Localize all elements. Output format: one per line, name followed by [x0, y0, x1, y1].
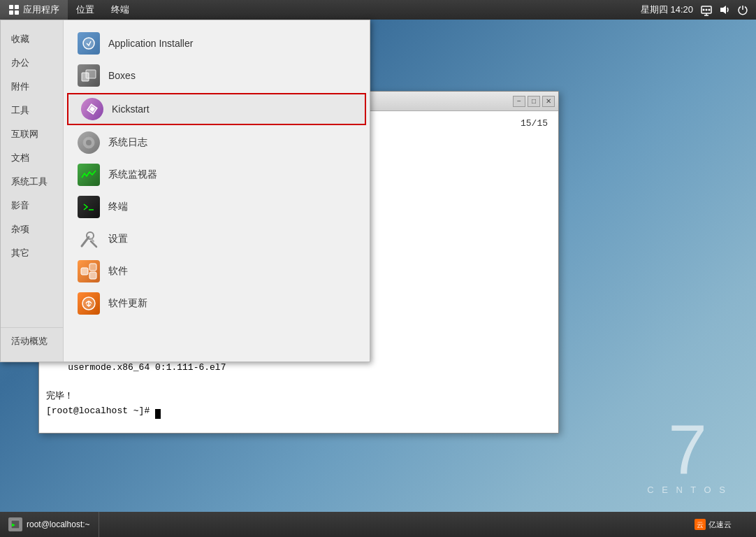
settings-icon [78, 228, 100, 250]
sysmonitor-label: 系统监视器 [108, 169, 157, 181]
menu-item-sysmonitor[interactable]: 系统监视器 [64, 159, 370, 191]
svg-text:亿速云: 亿速云 [708, 520, 732, 529]
sidebar-item-media[interactable]: 影音 [1, 194, 63, 217]
apps-label: 应用程序 [23, 3, 59, 16]
menu-item-kickstart[interactable]: Kickstart [67, 93, 366, 125]
sidebar-item-other[interactable]: 其它 [1, 241, 63, 265]
svg-text:▶: ▶ [12, 522, 15, 528]
centos-brand-text: C E N T O S [647, 485, 728, 495]
taskbar-right: 星期四 14:20 [641, 3, 756, 16]
menu-item-app-installer[interactable]: Application Installer [64, 27, 370, 59]
apps-icon [8, 4, 20, 15]
kickstart-icon [81, 98, 103, 120]
system-icons [700, 3, 749, 16]
menu-apps[interactable]: 应用程序 [0, 0, 68, 20]
places-label: 位置 [76, 3, 94, 16]
sidebar-item-favorites[interactable]: 收藏 [1, 27, 63, 51]
boxes-icon [78, 64, 100, 87]
software-update-label: 软件更新 [108, 297, 147, 310]
network-icon [700, 3, 713, 16]
activities-overview[interactable]: 活动概览 [1, 327, 63, 355]
menu-item-syslog[interactable]: 系统日志 [64, 127, 370, 159]
svg-text:云: 云 [697, 521, 704, 529]
svg-rect-23 [81, 268, 88, 275]
menu-item-settings[interactable]: 设置 [64, 223, 370, 255]
minimize-button[interactable]: − [513, 96, 525, 107]
menu-item-software-update[interactable]: 软件更新 [64, 287, 370, 320]
taskbar-bottom: ▶ root@localhost:~ 云 亿速云 [0, 512, 756, 537]
svg-point-11 [83, 38, 94, 49]
svg-rect-24 [89, 264, 96, 271]
close-button[interactable]: ✕ [542, 96, 555, 107]
menu-item-terminal[interactable]: 终端 [64, 191, 370, 223]
software-update-icon [78, 292, 100, 315]
svg-rect-0 [9, 5, 13, 9]
power-icon[interactable] [736, 3, 749, 16]
svg-point-20 [87, 232, 94, 239]
centos-version-number: 7 [647, 415, 728, 485]
taskbar-top: 应用程序 位置 终端 星期四 14:20 [0, 0, 756, 20]
software-icon [78, 260, 100, 282]
centos-watermark: 7 C E N T O S [647, 415, 728, 495]
svg-point-9 [708, 9, 711, 11]
dropdown-menu: 收藏 办公 附件 工具 互联网 文档 系统工具 影音 杂项 其它 活动概览 [0, 20, 370, 362]
sidebar-item-office[interactable]: 办公 [1, 51, 63, 75]
menu-terminal[interactable]: 终端 [103, 0, 138, 20]
sidebar-item-accessories[interactable]: 附件 [1, 75, 63, 99]
svg-point-7 [703, 9, 705, 11]
clock: 星期四 14:20 [641, 3, 693, 16]
app-installer-label: Application Installer [108, 38, 193, 49]
terminal-line-5: [root@localhost ~]# [46, 404, 226, 419]
taskbar-terminal-label: root@localhost:~ [27, 520, 90, 529]
svg-marker-10 [720, 6, 726, 14]
taskbar-bottom-right: 云 亿速云 [693, 516, 756, 533]
kickstart-label: Kickstart [112, 103, 150, 115]
svg-point-17 [86, 140, 92, 145]
svg-rect-2 [9, 10, 13, 15]
terminal-label: 终端 [111, 3, 129, 16]
menu-main: Application Installer Boxes [64, 20, 370, 361]
syslog-label: 系统日志 [108, 136, 147, 149]
software-label: 软件 [108, 265, 128, 278]
sidebar-item-tools[interactable]: 工具 [1, 99, 63, 122]
menu-sidebar: 收藏 办公 附件 工具 互联网 文档 系统工具 影音 杂项 其它 活动概览 [1, 20, 64, 361]
page-number: 15/15 [521, 118, 548, 129]
boxes-label: Boxes [108, 70, 136, 81]
terminal-line-3 [46, 375, 226, 390]
svg-rect-1 [15, 5, 19, 9]
menu-item-boxes[interactable]: Boxes [64, 59, 370, 92]
terminal-cursor [155, 409, 161, 419]
svg-point-8 [706, 9, 708, 11]
menu-item-software[interactable]: 软件 [64, 255, 370, 287]
terminal-line-2: usermode.x86_64 0:1.111-6.el7 [46, 361, 226, 375]
sidebar-item-internet[interactable]: 互联网 [1, 122, 63, 146]
app-installer-icon [78, 32, 100, 55]
volume-icon [718, 3, 731, 16]
app-menu: 应用程序 位置 终端 [0, 0, 138, 20]
svg-rect-13 [86, 70, 96, 78]
svg-line-21 [91, 241, 96, 247]
sidebar-item-systools[interactable]: 系统工具 [1, 170, 63, 194]
taskbar-bottom-terminal[interactable]: ▶ root@localhost:~ [0, 512, 99, 537]
syslog-icon [78, 131, 100, 154]
yisuyun-logo: 云 亿速云 [693, 516, 749, 533]
sidebar-item-docs[interactable]: 文档 [1, 146, 63, 170]
maximize-button[interactable]: □ [528, 96, 540, 107]
taskbar-terminal-icon: ▶ [8, 517, 22, 531]
svg-rect-25 [89, 272, 96, 279]
menu-places[interactable]: 位置 [68, 0, 103, 20]
desktop: 应用程序 位置 终端 星期四 14:20 [0, 0, 756, 537]
sysmonitor-icon [78, 164, 100, 186]
sidebar-item-misc[interactable]: 杂项 [1, 217, 63, 241]
svg-rect-3 [15, 10, 19, 15]
terminal-app-label: 终端 [108, 201, 128, 213]
terminal-app-icon [78, 196, 100, 218]
terminal-line-4: 完毕！ [46, 389, 226, 404]
settings-label: 设置 [108, 233, 128, 245]
